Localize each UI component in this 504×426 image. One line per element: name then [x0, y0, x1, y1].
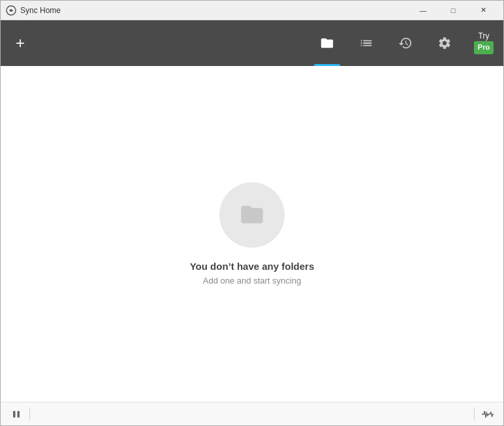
tab-folders[interactable] — [307, 20, 347, 66]
close-button[interactable]: ✕ — [468, 1, 498, 20]
tab-history[interactable] — [386, 20, 425, 66]
activity-icon — [482, 410, 494, 418]
pro-badge: Pro — [474, 41, 494, 54]
tab-list[interactable] — [347, 20, 386, 66]
window-title: Sync Home — [20, 6, 408, 15]
main-content: You don’t have any folders Add one and s… — [1, 66, 503, 402]
try-label: Try — [479, 32, 490, 40]
empty-state-subtitle: Add one and start syncing — [203, 276, 301, 286]
list-tab-icon — [359, 36, 373, 50]
status-divider-right — [474, 408, 475, 421]
status-divider-left — [29, 408, 30, 421]
history-tab-icon — [398, 36, 413, 50]
activity-button[interactable] — [480, 406, 496, 422]
title-bar: Sync Home — □ ✕ — [1, 1, 503, 20]
app-icon — [6, 5, 16, 16]
status-bar — [1, 402, 503, 425]
empty-state-title: You don’t have any folders — [190, 261, 315, 272]
try-pro-button[interactable]: Try Pro — [464, 20, 503, 66]
folder-tab-icon — [320, 36, 334, 50]
tab-settings[interactable] — [425, 20, 464, 66]
empty-state-icon-circle — [219, 182, 285, 248]
window-controls: — □ ✕ — [408, 1, 498, 20]
settings-tab-icon — [437, 36, 452, 50]
maximize-button[interactable]: □ — [438, 1, 468, 20]
pause-icon — [12, 410, 20, 418]
svg-rect-1 — [13, 411, 16, 418]
pause-button[interactable] — [8, 406, 24, 422]
svg-rect-2 — [18, 411, 20, 418]
minimize-button[interactable]: — — [408, 1, 438, 20]
empty-folder-icon — [239, 201, 265, 229]
nav-tabs — [307, 20, 464, 66]
add-button[interactable]: + — [1, 20, 40, 66]
toolbar: + Try Pro — [1, 20, 503, 66]
